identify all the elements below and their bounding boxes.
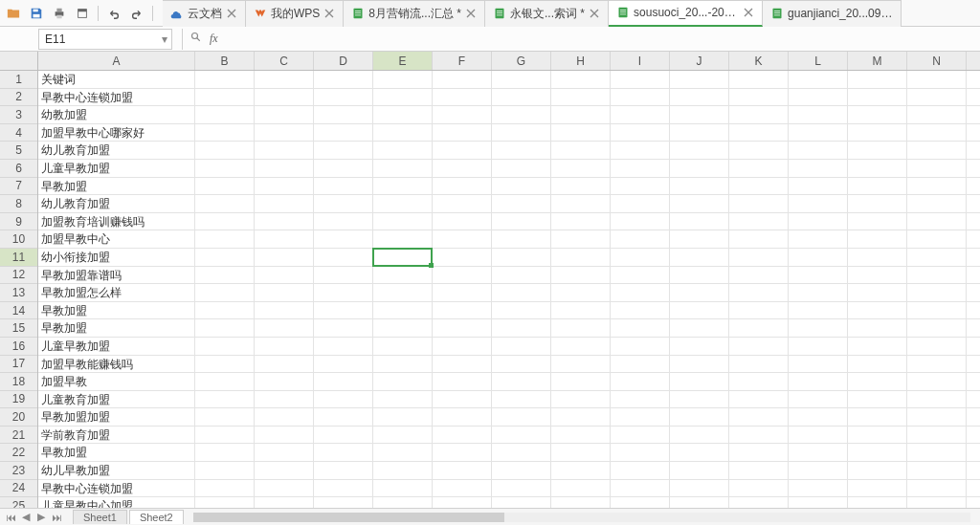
fx-label[interactable]: fx [210,32,218,46]
cell[interactable] [255,338,314,355]
cell[interactable] [255,267,314,284]
cell[interactable] [729,178,789,195]
cell[interactable] [907,178,967,195]
cell[interactable] [551,356,611,373]
cell[interactable] [433,124,492,142]
cell[interactable] [729,319,789,337]
cell[interactable] [611,427,670,444]
row-header[interactable]: 12 [0,267,37,285]
cell[interactable] [373,124,433,142]
cell[interactable] [195,462,255,479]
cell[interactable] [433,497,492,508]
cell[interactable] [492,427,551,444]
cell[interactable] [314,249,373,266]
cell[interactable] [848,497,907,508]
cell[interactable] [848,124,907,142]
cell[interactable] [492,319,551,337]
cell[interactable] [551,71,611,88]
document-tab[interactable]: 我的WPS [246,0,344,27]
document-tab[interactable]: 8月营销流...汇总 * [344,0,485,27]
cell[interactable]: 儿童早教加盟 [38,338,195,355]
cell[interactable] [255,213,314,230]
cell[interactable] [611,338,670,355]
cell[interactable] [255,230,314,248]
cell[interactable] [670,178,729,195]
cell[interactable] [314,356,373,373]
cell[interactable] [611,284,670,301]
cell[interactable] [789,373,848,390]
cell[interactable] [195,319,255,337]
cell[interactable] [551,338,611,355]
cell[interactable] [907,284,967,301]
cell[interactable] [255,408,314,426]
cell[interactable] [848,249,907,266]
cell[interactable] [433,427,492,444]
cell[interactable] [729,160,789,177]
cell[interactable] [314,71,373,88]
cell[interactable] [314,373,373,390]
cell[interactable] [433,106,492,123]
cell[interactable] [789,71,848,88]
cell[interactable] [195,356,255,373]
cell[interactable] [611,408,670,426]
cell[interactable] [907,195,967,212]
cell[interactable] [907,391,967,408]
cell[interactable] [195,391,255,408]
cell[interactable] [848,302,907,319]
cell[interactable] [195,195,255,212]
cell[interactable] [789,124,848,142]
cell[interactable] [551,284,611,301]
cell[interactable] [492,89,551,106]
cell[interactable] [729,124,789,142]
cell[interactable] [195,497,255,508]
cell[interactable] [373,230,433,248]
row-header[interactable]: 15 [0,319,37,338]
row-header[interactable]: 4 [0,124,37,142]
cell[interactable] [195,444,255,461]
cell[interactable] [611,373,670,390]
cell[interactable] [195,249,255,266]
cell[interactable] [433,391,492,408]
cell[interactable] [492,230,551,248]
cell[interactable] [670,267,729,284]
cell[interactable] [255,249,314,266]
cell[interactable] [492,356,551,373]
cell[interactable] [670,71,729,88]
cell[interactable] [195,89,255,106]
cell[interactable] [195,178,255,195]
cell[interactable] [492,284,551,301]
cell[interactable] [314,497,373,508]
cell[interactable] [907,373,967,390]
cell[interactable] [729,480,789,497]
cell[interactable]: 幼儿早教加盟 [38,462,195,479]
cell[interactable] [373,302,433,319]
cell[interactable] [551,249,611,266]
cell[interactable] [492,178,551,195]
cell[interactable] [551,391,611,408]
cell[interactable] [314,480,373,497]
cell[interactable] [255,497,314,508]
cell[interactable] [907,302,967,319]
column-header-D[interactable]: D [314,52,373,70]
cell[interactable] [433,373,492,390]
cell[interactable] [255,427,314,444]
cell[interactable] [373,427,433,444]
cell[interactable] [314,319,373,337]
cell[interactable] [789,444,848,461]
column-header-N[interactable]: N [907,52,967,70]
cell[interactable] [551,480,611,497]
cell[interactable] [433,462,492,479]
cells-area[interactable]: 关键词早教中心连锁加盟幼教加盟加盟早教中心哪家好幼儿教育加盟儿童早教加盟早教加盟… [38,71,980,508]
cell[interactable] [789,462,848,479]
cell[interactable] [907,267,967,284]
cell[interactable] [255,480,314,497]
column-header-H[interactable]: H [551,52,611,70]
name-box[interactable]: E11 ▾ [38,29,172,50]
cell[interactable] [433,444,492,461]
cell[interactable] [848,89,907,106]
close-icon[interactable] [743,7,754,18]
cell[interactable] [729,284,789,301]
cell[interactable] [907,356,967,373]
cell[interactable] [729,106,789,123]
cell[interactable] [373,284,433,301]
